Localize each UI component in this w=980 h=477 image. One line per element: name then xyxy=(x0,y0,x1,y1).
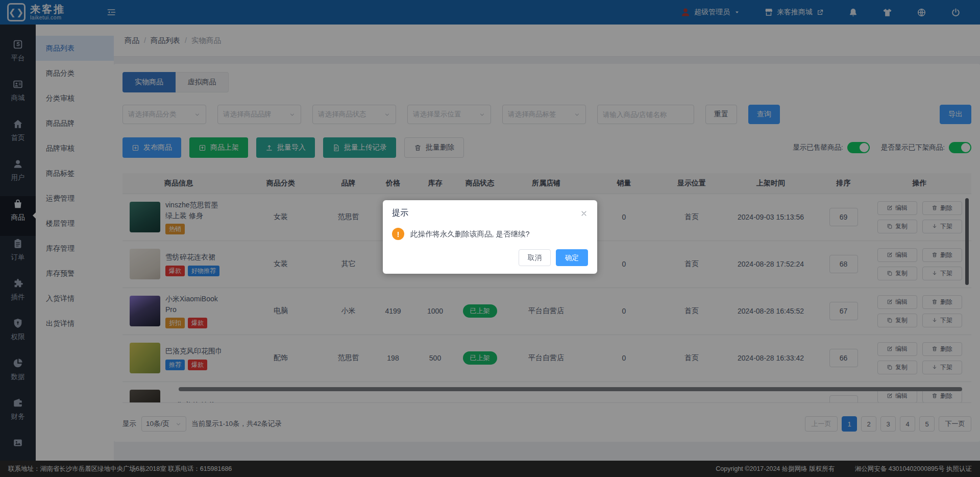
cancel-button[interactable]: 取消 xyxy=(519,249,551,266)
dialog-message: 此操作将永久删除该商品, 是否继续? xyxy=(410,229,530,239)
close-icon[interactable] xyxy=(580,209,588,218)
warning-icon: ! xyxy=(392,228,404,240)
confirm-button[interactable]: 确定 xyxy=(556,249,588,266)
dialog-title: 提示 xyxy=(392,208,408,219)
confirm-dialog: 提示 ! 此操作将永久删除该商品, 是否继续? 取消 确定 xyxy=(383,200,597,274)
